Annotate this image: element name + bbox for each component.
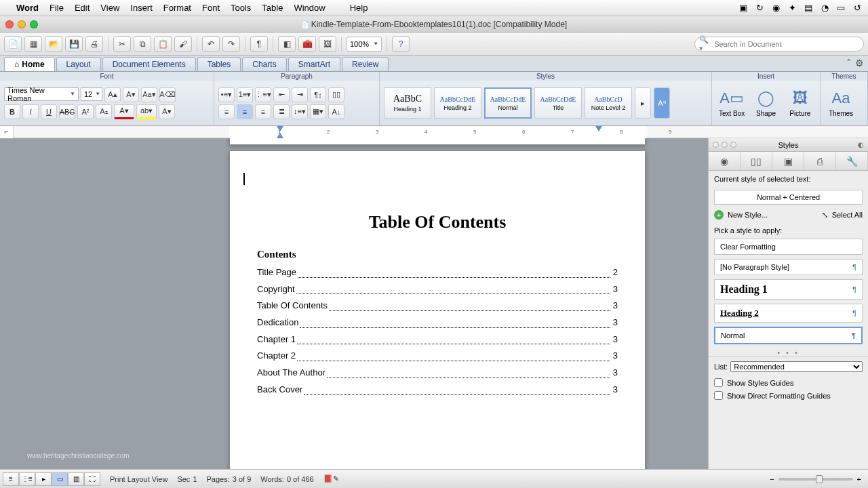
tab-charts[interactable]: Charts — [242, 57, 286, 71]
align-left-button[interactable]: ≡ — [218, 104, 235, 119]
tab-selector[interactable]: ⌐ — [0, 126, 14, 138]
align-center-button[interactable]: ≡ — [237, 104, 253, 119]
ribbon-prefs-icon[interactable]: ⚙ — [855, 58, 864, 68]
view-outline-button[interactable]: ⋮≡ — [19, 472, 35, 486]
shading-button[interactable]: ▦▾ — [310, 104, 326, 119]
style-item-heading-1[interactable]: Heading 1¶ — [714, 279, 863, 300]
camera-icon[interactable]: ◉ — [770, 3, 781, 13]
menu-view[interactable]: View — [100, 3, 119, 13]
style-normal[interactable]: AaBbCcDdENormal — [484, 87, 532, 119]
styles-pane-toggle-icon[interactable]: ◐ — [858, 141, 864, 148]
help-button[interactable]: ? — [392, 36, 410, 52]
toc-entry[interactable]: Table Of Contents3 — [257, 298, 618, 314]
strikethrough-button[interactable]: ABC — [59, 104, 75, 119]
bold-button[interactable]: B — [4, 104, 20, 119]
menu-help[interactable]: Help — [350, 3, 368, 13]
search-input[interactable] — [714, 40, 859, 48]
video-icon[interactable]: ▣ — [738, 3, 749, 13]
show-formatting-guides-checkbox[interactable]: Show Direct Formatting Guides — [709, 389, 868, 402]
subscript-button[interactable]: A₂ — [96, 104, 112, 119]
toc-entry[interactable]: Copyright3 — [257, 281, 618, 298]
toolbox-button[interactable]: 🧰 — [298, 36, 316, 52]
select-all-button[interactable]: Select All — [832, 211, 863, 219]
style-note-level-2[interactable]: AaBbCcDNote Level 2 — [585, 87, 632, 119]
view-publishing-button[interactable]: ▸ — [35, 472, 52, 486]
tab-tables[interactable]: Tables — [197, 57, 241, 71]
font-size-combo[interactable]: 12▼ — [81, 87, 102, 101]
print-button[interactable]: 🖨 — [85, 36, 103, 52]
text-effects-button[interactable]: A▾ — [159, 104, 175, 119]
open-button[interactable]: 📂 — [45, 36, 62, 52]
clear-formatting-button[interactable]: A⌫ — [159, 87, 176, 102]
right-indent-marker[interactable] — [595, 126, 602, 131]
bullets-button[interactable]: •≡▾ — [218, 87, 235, 102]
tab-smartart[interactable]: SmartArt — [288, 57, 340, 71]
redo-button[interactable]: ↷ — [222, 36, 240, 52]
style-heading-1[interactable]: AaBbCHeading 1 — [384, 87, 431, 119]
list-filter-select[interactable]: Recommended — [730, 361, 863, 372]
insert-shape-button[interactable]: ◯Shape — [750, 83, 781, 123]
toc-entry[interactable]: Chapter 13 — [257, 331, 618, 348]
toc-entry[interactable]: Dedication3 — [257, 314, 618, 331]
save-button[interactable]: 💾 — [65, 36, 83, 52]
styles-tab-list[interactable]: ▯▯ — [741, 152, 772, 170]
tab-home[interactable]: ⌂Home — [4, 57, 55, 71]
style-item--no-paragraph-style-[interactable]: [No Paragraph Style]¶ — [714, 259, 863, 275]
decrease-indent-button[interactable]: ⇤ — [273, 87, 290, 102]
menu-file[interactable]: File — [50, 3, 64, 13]
new-doc-button[interactable]: 📄 — [4, 36, 22, 52]
menu-font[interactable]: Font — [202, 3, 220, 13]
show-formatting-button[interactable]: ¶ — [250, 36, 268, 52]
toc-entry[interactable]: Chapter 23 — [257, 348, 618, 365]
document-area[interactable]: Table Of Contents Contents Title Page2Co… — [0, 138, 708, 469]
dropbox-icon[interactable]: ✦ — [787, 3, 797, 13]
templates-button[interactable]: ▦ — [24, 36, 42, 52]
style-item-heading-2[interactable]: Heading 2¶ — [714, 304, 863, 323]
view-print-button[interactable]: ▭ — [52, 472, 68, 486]
styles-pane-titlebar[interactable]: Styles ◐ — [709, 138, 868, 152]
toc-entry[interactable]: About The Author3 — [257, 365, 618, 382]
document-search[interactable]: 🔍▾ — [694, 37, 864, 52]
zoom-in-button[interactable]: + — [857, 475, 861, 483]
style-item-normal[interactable]: Normal¶ — [714, 327, 863, 344]
undo-button[interactable]: ↶ — [202, 36, 220, 52]
style-heading-2[interactable]: AaBbCcDdEHeading 2 — [434, 87, 481, 119]
styles-tab-quick[interactable]: ◉ — [709, 152, 741, 170]
paste-button[interactable]: 📋 — [154, 36, 172, 52]
view-notebook-button[interactable]: ▥ — [68, 472, 84, 486]
cut-button[interactable]: ✂ — [113, 36, 131, 52]
italic-button[interactable]: I — [22, 104, 39, 119]
toc-entry[interactable]: Back Cover3 — [257, 382, 618, 399]
align-right-button[interactable]: ≡ — [255, 104, 271, 119]
show-guides-checkbox[interactable]: Show Styles Guides — [709, 376, 868, 389]
toc-entry[interactable]: Title Page2 — [257, 264, 618, 281]
tab-document-elements[interactable]: Document Elements — [102, 57, 196, 71]
app-name[interactable]: Word — [16, 3, 39, 13]
sort-button[interactable]: A↓ — [328, 104, 344, 119]
text-direction-button[interactable]: ¶↕ — [310, 87, 326, 102]
menu-format[interactable]: Format — [163, 3, 191, 13]
menu-insert[interactable]: Insert — [130, 3, 153, 13]
time-machine-icon[interactable]: ↺ — [852, 3, 863, 13]
styles-more-icon[interactable]: • • • — [709, 348, 868, 357]
page-current[interactable]: Table Of Contents Contents Title Page2Co… — [229, 150, 646, 469]
numbering-button[interactable]: 1≡▾ — [237, 87, 253, 102]
menu-tools[interactable]: Tools — [231, 3, 251, 13]
menu-edit[interactable]: Edit — [75, 3, 90, 13]
zoom-combo[interactable]: 100%▼ — [347, 37, 382, 52]
styles-pane-button[interactable]: Aᵅ — [654, 87, 670, 119]
sidebar-button[interactable]: ◧ — [278, 36, 296, 52]
superscript-button[interactable]: A² — [77, 104, 94, 119]
insert-text-box-button[interactable]: A▭Text Box — [716, 83, 747, 123]
styles-tab-options[interactable]: 🔧 — [836, 152, 868, 170]
horizontal-ruler[interactable]: ⌐ 123456789 — [0, 126, 868, 138]
styles-scroll-right[interactable]: ▸ — [635, 87, 651, 119]
format-painter-button[interactable]: 🖌 — [174, 36, 192, 52]
zoom-slider[interactable] — [778, 478, 853, 481]
font-name-combo[interactable]: Times New Roman▼ — [4, 87, 79, 101]
notes-icon[interactable]: ▤ — [803, 3, 814, 13]
font-color-button[interactable]: A▾ — [114, 104, 134, 119]
styles-tab-manage[interactable]: ⎙ — [804, 152, 836, 170]
menu-window[interactable]: Window — [294, 3, 325, 13]
zoom-out-button[interactable]: − — [770, 475, 774, 483]
